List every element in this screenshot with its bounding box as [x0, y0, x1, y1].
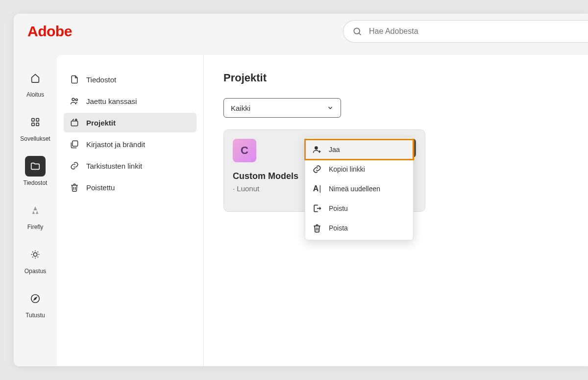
subnav-label: Kirjastot ja brändit [86, 140, 145, 149]
rail-item-label: Opastus [24, 268, 47, 275]
menu-label: Jaa [329, 146, 340, 153]
subnav-item-deleted[interactable]: Poistettu [64, 177, 196, 197]
rail-item-label: Tutustu [25, 312, 45, 319]
share-person-icon [312, 145, 322, 154]
adobe-logo: Adobe [27, 23, 72, 40]
rail-item-label: Sovellukset [20, 135, 50, 142]
svg-point-23 [315, 146, 318, 150]
project-thumbnail: C [233, 139, 256, 162]
menu-label: Kopioi linkki [329, 165, 365, 173]
link-icon [70, 161, 79, 171]
projects-icon [70, 118, 79, 127]
menu-item-delete[interactable]: Poista [305, 218, 413, 238]
svg-line-13 [32, 257, 33, 257]
leave-icon [312, 203, 322, 213]
search-field[interactable] [343, 20, 588, 43]
subnav-label: Tarkistusten linkit [86, 162, 142, 170]
library-icon [70, 139, 79, 149]
rail-item-label: Firefly [27, 224, 44, 230]
svg-rect-2 [32, 119, 35, 122]
rename-icon: A| [312, 184, 322, 194]
home-icon [25, 68, 46, 88]
folder-icon [25, 156, 46, 177]
svg-line-14 [38, 252, 38, 252]
subnav-label: Projektit [86, 119, 116, 127]
rail-item-apps[interactable]: Sovellukset [20, 112, 50, 142]
file-icon [70, 75, 79, 84]
sub-nav: Tiedostot Jaettu kanssasi Projektit Kirj… [57, 55, 204, 366]
subnav-item-projects[interactable]: Projektit [64, 113, 196, 132]
svg-point-0 [354, 28, 360, 34]
menu-label: Poista [329, 224, 348, 232]
left-rail: Aloitus Sovellukset Tiedostot Firefly Op… [14, 63, 57, 366]
svg-line-1 [359, 33, 361, 35]
rail-item-label: Aloitus [26, 91, 44, 98]
svg-marker-16 [34, 297, 37, 300]
svg-line-11 [32, 252, 33, 252]
filter-value: Kaikki [231, 104, 250, 112]
menu-item-rename[interactable]: A| Nimeä uudelleen [305, 179, 413, 199]
compass-icon [25, 288, 46, 309]
subnav-label: Jaettu kanssasi [86, 97, 137, 105]
rail-item-label: Tiedostot [24, 179, 48, 186]
svg-point-18 [75, 99, 77, 101]
rail-item-learn[interactable]: Opastus [24, 244, 47, 275]
rail-item-home[interactable]: Aloitus [25, 68, 46, 98]
lightbulb-icon [25, 244, 46, 265]
rail-item-firefly[interactable]: Firefly [25, 200, 46, 230]
subnav-item-review-links[interactable]: Tarkistusten linkit [64, 156, 196, 176]
menu-item-copy-link[interactable]: Kopioi linkki [305, 159, 413, 179]
subnav-item-libraries[interactable]: Kirjastot ja brändit [64, 134, 196, 154]
svg-point-6 [33, 253, 37, 256]
context-menu: Jaa Kopioi linkki A| Nimeä uudelleen Poi… [305, 137, 414, 240]
svg-rect-19 [71, 121, 77, 126]
svg-line-12 [38, 257, 38, 257]
menu-label: Nimeä uudelleen [329, 185, 380, 193]
subnav-label: Poistettu [86, 183, 115, 192]
svg-rect-5 [36, 123, 39, 126]
trash-icon [70, 182, 79, 192]
search-input[interactable] [369, 27, 579, 36]
menu-item-share[interactable]: Jaa [305, 140, 413, 159]
svg-point-17 [72, 98, 74, 101]
menu-item-leave[interactable]: Poistu [305, 199, 413, 218]
subnav-item-shared[interactable]: Jaettu kanssasi [64, 91, 196, 111]
svg-rect-3 [36, 119, 39, 122]
link-icon [312, 164, 322, 174]
subnav-label: Tiedostot [86, 76, 116, 84]
people-icon [70, 96, 79, 106]
firefly-icon [25, 200, 46, 221]
rail-item-files[interactable]: Tiedostot [24, 156, 48, 186]
subnav-item-files[interactable]: Tiedostot [64, 70, 196, 89]
apps-icon [25, 112, 46, 132]
menu-label: Poistu [329, 204, 348, 212]
chevron-down-icon [327, 104, 334, 111]
page-title: Projektit [223, 72, 568, 84]
rail-item-discover[interactable]: Tutustu [25, 288, 46, 319]
svg-rect-20 [73, 141, 78, 146]
search-icon [352, 26, 362, 36]
trash-icon [312, 223, 322, 233]
svg-rect-4 [32, 123, 35, 126]
filter-dropdown[interactable]: Kaikki [223, 98, 341, 118]
